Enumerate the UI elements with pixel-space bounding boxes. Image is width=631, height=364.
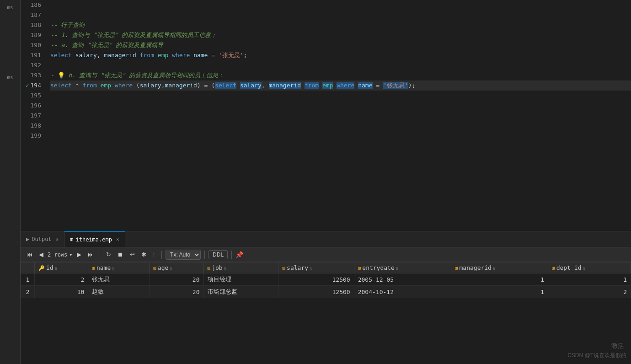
separator-3: [204, 251, 205, 259]
activation-text: 激活: [611, 342, 624, 350]
line-number-197: 197: [21, 111, 46, 121]
tab-output-label: Output: [32, 236, 51, 242]
rows-count: 2 rows ▾: [48, 252, 73, 258]
refresh-button[interactable]: ↻: [104, 250, 113, 259]
tabs-bar: ▶ Output ✕ ⊞ itheima.emp ✕: [21, 231, 631, 247]
cell-managerid: 1: [451, 286, 548, 298]
ms-label-2: ms: [7, 75, 13, 80]
line-number-189: 189: [21, 30, 46, 40]
credit-text: CSDN @T说喜欢是假的: [567, 352, 626, 359]
ms-label-1: ms: [7, 5, 13, 11]
check-icon: ✓: [26, 80, 29, 91]
th-age[interactable]: ⊞age⇅: [150, 262, 203, 273]
tab-output-close[interactable]: ✕: [56, 236, 59, 242]
th-salary[interactable]: ⊞salary⇅: [278, 262, 354, 273]
th-job[interactable]: ⊞job⇅: [203, 262, 278, 273]
separator-1: [100, 251, 100, 259]
th-rownum: [21, 262, 35, 273]
separator-2: [161, 251, 162, 259]
line-number-195: 195: [21, 91, 46, 101]
stop-button[interactable]: ⏹: [115, 250, 126, 259]
line-number-188: 188: [21, 20, 46, 30]
apply-button[interactable]: ✱: [139, 250, 149, 259]
table-row[interactable]: 210赵敏20市场部总监125002004-10-1212: [21, 286, 631, 298]
line-number-198: 198: [21, 121, 46, 131]
cell-age: 20: [150, 286, 203, 298]
line-number-196: 196: [21, 101, 46, 111]
tab-itheima-emp-label: itheima.emp: [75, 236, 112, 243]
line-number-193: 193: [21, 70, 46, 80]
prev-page-button[interactable]: ◀: [37, 250, 46, 259]
code-line-197: [50, 111, 631, 121]
first-page-button[interactable]: ⏮: [24, 250, 35, 259]
bottom-panel: ▶ Output ✕ ⊞ itheima.emp ✕ ⏮ ◀ 2 rows ▾ …: [21, 231, 631, 364]
line-number-187: 187: [21, 10, 46, 20]
th-dept_id[interactable]: ⊞dept_id⇅: [548, 262, 631, 273]
next-page-button[interactable]: ▶: [75, 250, 84, 259]
code-line-186: [50, 0, 631, 10]
pin-button[interactable]: 📌: [235, 251, 243, 258]
left-strip: ms ms: [0, 0, 21, 364]
code-line-189: -- 1. 查询与 "张无忌" 的薪资及直属领导相同的员工信息；: [50, 30, 631, 40]
result-toolbar: ⏮ ◀ 2 rows ▾ ▶ ⏭ ↻ ⏹ ↩ ✱ ↑ Tx: Auto DDL …: [21, 247, 631, 262]
code-line-190: -- a. 查询 "张无忌" 的薪资及直属领导: [50, 40, 631, 50]
code-line-193: - 💡 b. 查询与 "张无忌" 的薪资及直属领导相同的员工信息；: [50, 70, 631, 80]
tab-output[interactable]: ▶ Output ✕: [21, 231, 64, 247]
code-line-198: [50, 121, 631, 131]
tx-select[interactable]: Tx: Auto: [166, 250, 201, 260]
line-number-194: ✓194: [21, 80, 46, 91]
code-content[interactable]: -- 行子查询-- 1. 查询与 "张无忌" 的薪资及直属领导相同的员工信息；-…: [46, 0, 631, 231]
row-num: 2: [21, 286, 35, 298]
undo-button[interactable]: ↩: [128, 250, 137, 259]
line-number-199: 199: [21, 131, 46, 141]
data-table-wrapper: 🔑id⇅⊞name⇅⊞age⇅⊞job⇅⊞salary⇅⊞entrydate⇅⊞…: [21, 262, 631, 364]
th-entrydate[interactable]: ⊞entrydate⇅: [354, 262, 451, 273]
last-page-button[interactable]: ⏭: [86, 250, 96, 259]
cell-job: 项目经理: [203, 273, 278, 286]
code-line-191: select salary, managerid from emp where …: [50, 50, 631, 60]
code-line-188: -- 行子查询: [50, 20, 631, 30]
rows-count-label: 2 rows: [48, 252, 67, 258]
output-icon: ▶: [26, 236, 29, 242]
th-managerid[interactable]: ⊞managerid⇅: [451, 262, 548, 273]
cell-age: 20: [150, 273, 203, 286]
th-name[interactable]: ⊞name⇅: [88, 262, 150, 273]
line-numbers: 186187188189190191192193✓194195196197198…: [21, 0, 46, 231]
cell-entrydate: 2005-12-05: [354, 273, 451, 286]
code-line-192: [50, 60, 631, 70]
cell-name: 张无忌: [88, 273, 150, 286]
ddl-button[interactable]: DDL: [209, 250, 228, 259]
export-button[interactable]: ↑: [150, 250, 158, 259]
cell-entrydate: 2004-10-12: [354, 286, 451, 298]
code-line-196: [50, 101, 631, 111]
line-number-186: 186: [21, 0, 46, 10]
cell-dept_id: 1: [548, 273, 631, 286]
code-line-187: [50, 10, 631, 20]
cell-salary: 12500: [278, 286, 354, 298]
cell-dept_id: 2: [548, 286, 631, 298]
cell-salary: 12500: [278, 273, 354, 286]
code-line-199: [50, 131, 631, 141]
editor-area: 186187188189190191192193✓194195196197198…: [21, 0, 631, 231]
cell-job: 市场部总监: [203, 286, 278, 298]
table-icon: ⊞: [70, 236, 73, 243]
code-line-195: [50, 91, 631, 101]
cell-name: 赵敏: [88, 286, 150, 298]
cell-managerid: 1: [451, 273, 548, 286]
tab-itheima-emp[interactable]: ⊞ itheima.emp ✕: [64, 231, 125, 247]
result-table: 🔑id⇅⊞name⇅⊞age⇅⊞job⇅⊞salary⇅⊞entrydate⇅⊞…: [21, 262, 631, 298]
separator-4: [231, 251, 232, 259]
line-number-190: 190: [21, 40, 46, 50]
row-num: 1: [21, 273, 35, 286]
line-number-192: 192: [21, 60, 46, 70]
tab-itheima-emp-close[interactable]: ✕: [116, 236, 119, 242]
cell-id: 10: [35, 286, 88, 298]
line-number-191: 191: [21, 50, 46, 60]
code-line-194: select * from emp where (salary,manageri…: [50, 80, 631, 91]
th-id[interactable]: 🔑id⇅: [35, 262, 88, 273]
table-header-row: 🔑id⇅⊞name⇅⊞age⇅⊞job⇅⊞salary⇅⊞entrydate⇅⊞…: [21, 262, 631, 273]
cell-id: 2: [35, 273, 88, 286]
rows-dropdown-icon: ▾: [69, 252, 72, 258]
table-row[interactable]: 12张无忌20项目经理125002005-12-0511: [21, 273, 631, 286]
